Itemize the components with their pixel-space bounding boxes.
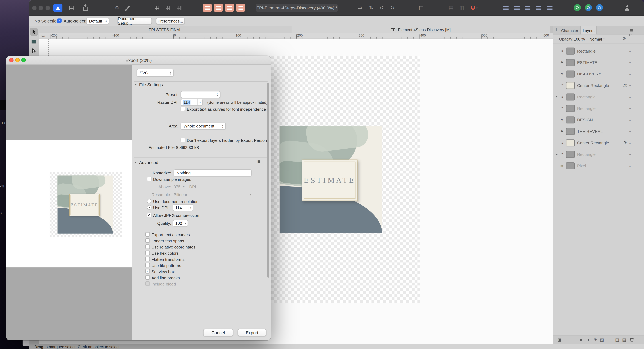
- cancel-button[interactable]: Cancel: [203, 329, 233, 336]
- checkbox-longer-text-spans[interactable]: ✓: [145, 238, 150, 243]
- radio-use-dpi[interactable]: [147, 205, 151, 210]
- checkbox-export-text-as-curves-fonts[interactable]: ✓: [181, 107, 185, 111]
- checkbox-flatten-transforms[interactable]: ✓: [145, 257, 150, 261]
- blend-mode-dropdown[interactable]: Normal: [590, 37, 602, 41]
- stepper-icon[interactable]: ▴▾: [220, 123, 225, 129]
- account-person-icon[interactable]: [623, 4, 632, 12]
- visibility-dot-icon[interactable]: ●: [629, 49, 631, 52]
- grid-options-icon[interactable]: [152, 4, 162, 12]
- opacity-value[interactable]: 100 %: [574, 37, 585, 41]
- layer-thumbnail[interactable]: [566, 116, 575, 123]
- document-tab-1[interactable]: EPI-STEPS-FINAL: [39, 26, 292, 33]
- layer-thumbnail[interactable]: [566, 47, 575, 54]
- raster-dpi-combo[interactable]: 114 ▾: [181, 99, 203, 106]
- disclosure-chevron-icon[interactable]: ▾: [135, 83, 136, 86]
- window-close-button[interactable]: [32, 6, 36, 10]
- group-layers-icon[interactable]: ◫: [614, 337, 620, 343]
- align-icon-1[interactable]: [501, 4, 510, 12]
- layer-row[interactable]: ∷ Center Rectanglefx●: [553, 79, 644, 91]
- combo-chevron-icon[interactable]: ▾: [183, 220, 188, 226]
- checkbox-use-hex-colors[interactable]: ✓: [145, 251, 150, 255]
- file-settings-header[interactable]: File Settings: [139, 82, 163, 87]
- visibility-dot-icon[interactable]: ●: [629, 84, 631, 87]
- preferences-button[interactable]: Preferences...: [156, 17, 185, 24]
- export-dialog-titlebar[interactable]: Export (20%): [6, 56, 271, 65]
- settings-gear-icon[interactable]: ⚙: [112, 4, 122, 12]
- stepper-icon[interactable]: ▴▾: [215, 91, 220, 98]
- export-preview-pane[interactable]: ESTIMATE: [6, 65, 132, 340]
- align-icon-3[interactable]: [523, 4, 532, 12]
- mask-icon[interactable]: ◑: [585, 337, 591, 343]
- visibility-dot-icon[interactable]: ●: [629, 153, 631, 156]
- layer-thumbnail[interactable]: [566, 93, 575, 100]
- checkbox-downsample-images[interactable]: ✓: [147, 177, 151, 181]
- advanced-header[interactable]: Advanced: [139, 160, 158, 165]
- rotate-cw-icon[interactable]: ↻: [388, 4, 397, 12]
- export-persona-icon[interactable]: [81, 4, 90, 12]
- preset-dropdown[interactable]: ▴▾: [181, 91, 220, 98]
- layer-thumbnail[interactable]: [566, 151, 575, 158]
- checkbox-add-line-breaks[interactable]: ✓: [145, 275, 150, 280]
- tab-layers[interactable]: Layers: [580, 26, 597, 34]
- fx-badge[interactable]: fx: [623, 83, 626, 87]
- artwork[interactable]: ESTIMATE: [280, 126, 382, 233]
- pen-tool-icon[interactable]: [123, 4, 132, 12]
- combo-chevron-icon[interactable]: ▾: [248, 171, 250, 174]
- visibility-dot-icon[interactable]: ●: [629, 130, 631, 133]
- node-tool[interactable]: [30, 47, 38, 55]
- disclosure-chevron-icon[interactable]: ▾: [135, 161, 136, 164]
- layer-row[interactable]: A DESIGN●: [553, 114, 644, 125]
- insert-above-icon[interactable]: [214, 4, 223, 12]
- export-format-dropdown[interactable]: SVG ▴▾: [137, 69, 174, 77]
- layer-row-child[interactable]: ▸∷ Rectangle●: [553, 91, 644, 102]
- checkbox-allow-jpeg-compression[interactable]: ✓: [147, 213, 151, 217]
- align-icon-5[interactable]: [545, 4, 554, 12]
- snapping-grid-icon[interactable]: [174, 4, 184, 12]
- visibility-dot-icon[interactable]: ●: [629, 107, 631, 110]
- checkbox-dont-export-hidden-layers[interactable]: ✓: [181, 138, 185, 142]
- layer-row[interactable]: A DISCOVERY●: [553, 68, 644, 79]
- move-tool[interactable]: [30, 28, 38, 36]
- layer-thumbnail[interactable]: [566, 82, 575, 89]
- panel-menu-icon[interactable]: ≡: [630, 27, 633, 33]
- designer-persona-icon[interactable]: [54, 4, 62, 12]
- snapping-dropdown-chevron-icon[interactable]: ▾: [474, 4, 479, 12]
- advanced-menu-icon[interactable]: ≡: [257, 158, 260, 164]
- delete-layer-icon[interactable]: [629, 337, 635, 343]
- window-zoom-button[interactable]: [46, 6, 50, 10]
- layer-row-child[interactable]: ▸∷ Rectangle●: [553, 148, 644, 160]
- checkbox-use-relative-coordinates[interactable]: ✓: [145, 245, 150, 249]
- stepper-icon[interactable]: ▴▾: [104, 18, 108, 24]
- panel-handle-icon[interactable]: ‖: [555, 28, 557, 32]
- guides-icon[interactable]: [164, 4, 172, 12]
- opacity-chevron-icon[interactable]: ▾: [584, 38, 585, 40]
- tab-character[interactable]: Character: [559, 26, 580, 34]
- area-dropdown[interactable]: Whole document ▴▾: [181, 123, 226, 129]
- adjustment-icon[interactable]: ●: [578, 337, 584, 343]
- auto-select-dropdown[interactable]: Default ▴▾: [86, 17, 109, 24]
- checkbox-use-tile-patterns[interactable]: ✓: [145, 263, 150, 267]
- pixel-persona-icon[interactable]: [67, 4, 76, 12]
- scrollbar-thumb[interactable]: [267, 83, 269, 278]
- align-icon-2[interactable]: [512, 4, 521, 12]
- flip-vertical-icon[interactable]: ⇅: [366, 4, 376, 12]
- fx-badge[interactable]: fx: [623, 141, 626, 145]
- toolbar-circle-icon-3[interactable]: [596, 4, 603, 11]
- blend-chevron-icon[interactable]: ▾: [604, 38, 604, 40]
- flip-horizontal-icon[interactable]: ⇄: [356, 4, 364, 12]
- visibility-dot-icon[interactable]: ●: [629, 61, 631, 64]
- layer-thumbnail[interactable]: [566, 70, 575, 77]
- panel-badge-icon[interactable]: ▣: [556, 337, 563, 343]
- checkbox-set-view-box[interactable]: ✓: [145, 269, 150, 274]
- layer-row[interactable]: ∷ Center Rectanglefx●: [553, 137, 644, 148]
- add-layer-icon[interactable]: ▤: [621, 337, 627, 343]
- align-icon-4[interactable]: [534, 4, 543, 12]
- layer-row[interactable]: A ESTIMATE●: [553, 56, 644, 68]
- window-minimize-button[interactable]: [38, 6, 43, 10]
- dialog-zoom-button[interactable]: [21, 58, 26, 62]
- quality-combo[interactable]: 100 ▾: [173, 220, 188, 227]
- visibility-dot-icon[interactable]: ●: [629, 118, 631, 121]
- layer-settings-gear-icon[interactable]: ⚙: [622, 36, 626, 41]
- rasterize-dropdown[interactable]: Nothing ▾: [174, 169, 252, 176]
- insert-on-top-icon[interactable]: [236, 4, 245, 12]
